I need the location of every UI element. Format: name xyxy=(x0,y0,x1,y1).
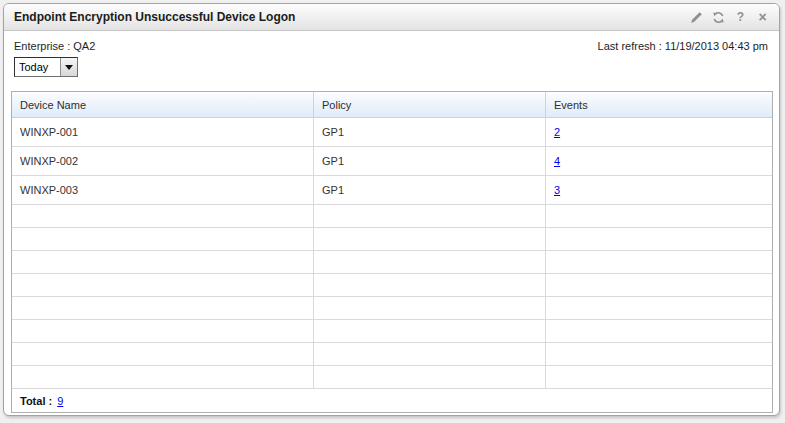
close-icon[interactable]: × xyxy=(756,10,769,24)
empty-cell xyxy=(313,366,545,388)
device-name-cell: WINXP-003 xyxy=(12,176,313,204)
column-header-policy: Policy xyxy=(313,92,545,117)
empty-cell xyxy=(12,251,313,273)
empty-cell xyxy=(545,297,772,319)
refresh-icon[interactable] xyxy=(712,10,725,24)
last-refresh-label: Last refresh : 11/19/2013 04:43 pm xyxy=(598,40,768,52)
policy-cell: GP1 xyxy=(313,176,545,204)
enterprise-label: Enterprise : QA2 xyxy=(14,40,95,52)
table-row-empty xyxy=(12,366,772,389)
events-cell: 3 xyxy=(545,176,772,204)
empty-cell xyxy=(545,320,772,342)
table-row-empty xyxy=(12,228,772,251)
help-icon[interactable]: ? xyxy=(734,10,747,24)
empty-cell xyxy=(12,366,313,388)
table-row-empty xyxy=(12,251,772,274)
widget-meta-row: Enterprise : QA2 Last refresh : 11/19/20… xyxy=(14,40,768,52)
empty-cell xyxy=(313,343,545,365)
events-cell: 2 xyxy=(545,118,772,146)
empty-cell xyxy=(545,274,772,296)
table-row-empty xyxy=(12,274,772,297)
empty-cell xyxy=(313,228,545,250)
policy-cell: GP1 xyxy=(313,118,545,146)
events-count-link[interactable]: 4 xyxy=(554,155,560,167)
table-row-empty xyxy=(12,297,772,320)
device-name-cell: WINXP-002 xyxy=(12,147,313,175)
events-count-link[interactable]: 3 xyxy=(554,184,560,196)
column-header-events: Events xyxy=(545,92,772,117)
chevron-down-icon xyxy=(65,65,73,70)
policy-cell: GP1 xyxy=(313,147,545,175)
table-row-empty xyxy=(12,343,772,366)
empty-cell xyxy=(545,366,772,388)
empty-cell xyxy=(12,343,313,365)
empty-cell xyxy=(12,228,313,250)
table-row-empty xyxy=(12,205,772,228)
table-row: WINXP-003 GP1 3 xyxy=(12,176,772,205)
device-logon-table: Device Name Policy Events WINXP-001 GP1 … xyxy=(11,91,773,413)
widget-toolbar: ? × xyxy=(690,10,769,24)
widget-endpoint-encryption-unsuccessful-device-logon: Endpoint Encryption Unsuccessful Device … xyxy=(3,3,780,416)
device-name-cell: WINXP-001 xyxy=(12,118,313,146)
table-row-empty xyxy=(12,320,772,343)
empty-cell xyxy=(545,228,772,250)
empty-cell xyxy=(12,320,313,342)
widget-titlebar: Endpoint Encryption Unsuccessful Device … xyxy=(4,4,779,31)
table-row: WINXP-002 GP1 4 xyxy=(12,147,772,176)
empty-cell xyxy=(12,274,313,296)
empty-cell xyxy=(313,274,545,296)
empty-cell xyxy=(545,251,772,273)
empty-cell xyxy=(313,297,545,319)
edit-icon[interactable] xyxy=(690,10,703,24)
combobox-dropdown-button[interactable] xyxy=(60,58,77,76)
empty-cell xyxy=(12,205,313,227)
empty-cell xyxy=(545,205,772,227)
table-row: WINXP-001 GP1 2 xyxy=(12,118,772,147)
events-cell: 4 xyxy=(545,147,772,175)
time-range-select[interactable]: Today xyxy=(14,57,78,77)
table-header-row: Device Name Policy Events xyxy=(12,92,772,118)
time-range-selected-value: Today xyxy=(15,58,60,76)
column-header-device-name: Device Name xyxy=(12,92,313,117)
empty-cell xyxy=(313,251,545,273)
empty-cell xyxy=(313,320,545,342)
table-footer: Total : 9 xyxy=(12,389,772,412)
widget-title: Endpoint Encryption Unsuccessful Device … xyxy=(14,10,690,24)
total-count-link[interactable]: 9 xyxy=(57,395,63,407)
empty-cell xyxy=(545,343,772,365)
empty-cell xyxy=(313,205,545,227)
events-count-link[interactable]: 2 xyxy=(554,126,560,138)
empty-cell xyxy=(12,297,313,319)
total-label: Total : xyxy=(20,395,52,407)
